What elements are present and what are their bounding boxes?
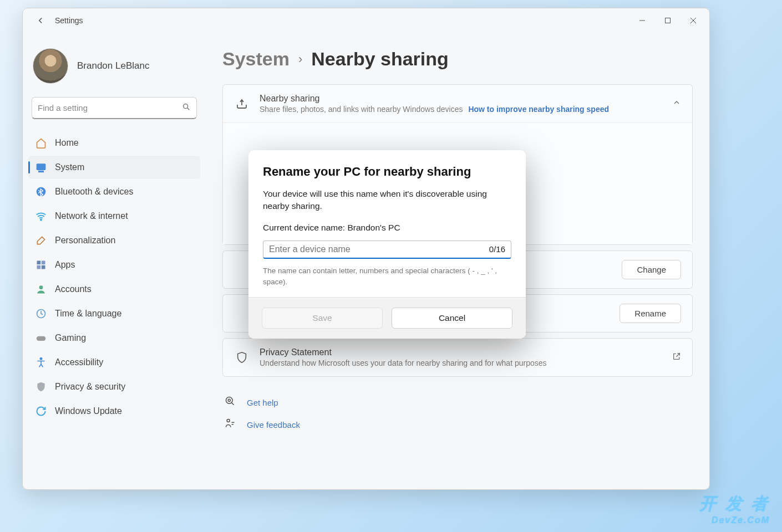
cancel-button[interactable]: Cancel: [392, 308, 512, 329]
svg-rect-13: [42, 265, 45, 269]
sidebar-item-home[interactable]: Home: [28, 131, 200, 155]
paintbrush-icon: [35, 234, 47, 247]
sidebar-item-label: Time & language: [55, 309, 121, 319]
modal-footer: Save Cancel: [248, 297, 526, 339]
external-link-icon: [672, 352, 681, 363]
settings-window: Settings Brandon LeBlanc: [22, 8, 710, 490]
get-help-row[interactable]: Get help: [222, 391, 693, 413]
minimize-button[interactable]: [629, 12, 655, 29]
device-name-input-wrap[interactable]: 0/16: [263, 241, 511, 259]
sidebar-item-label: Windows Update: [55, 406, 122, 416]
rename-button[interactable]: Rename: [619, 304, 681, 323]
sidebar-item-label: System: [55, 162, 84, 172]
modal-description: Your device will use this name when it's…: [263, 188, 511, 213]
modal-current-name: Current device name: Brandon's PC: [263, 223, 511, 233]
svg-point-19: [228, 399, 230, 401]
breadcrumb-separator: ›: [298, 52, 302, 66]
search-box[interactable]: [32, 97, 197, 119]
svg-point-8: [37, 187, 46, 197]
update-icon: [35, 405, 47, 417]
svg-rect-16: [37, 336, 46, 341]
help-icon: [225, 396, 236, 409]
breadcrumb: System › Nearby sharing: [222, 48, 693, 70]
svg-point-9: [40, 219, 42, 221]
page-title: Nearby sharing: [311, 48, 449, 70]
sidebar-item-label: Personalization: [55, 236, 115, 245]
home-icon: [35, 137, 47, 149]
feedback-icon: [225, 418, 236, 431]
svg-rect-12: [37, 265, 41, 269]
sidebar-item-label: Gaming: [55, 333, 86, 343]
gamepad-icon: [35, 332, 47, 344]
give-feedback-link[interactable]: Give feedback: [247, 420, 300, 429]
sidebar-item-label: Network & internet: [55, 211, 128, 221]
sidebar-item-gaming[interactable]: Gaming: [28, 326, 200, 350]
card-title: Privacy Statement: [260, 347, 657, 357]
modal-title: Rename your PC for nearby sharing: [263, 165, 511, 179]
close-icon: [690, 17, 697, 24]
save-button[interactable]: Save: [262, 308, 383, 329]
accessibility-icon: [35, 356, 47, 369]
svg-point-17: [40, 358, 42, 360]
get-help-link[interactable]: Get help: [247, 398, 278, 407]
give-feedback-row[interactable]: Give feedback: [222, 413, 693, 436]
sidebar-item-accessibility[interactable]: Accessibility: [28, 351, 200, 374]
sidebar-item-label: Home: [55, 138, 79, 148]
sidebar-item-label: Privacy & security: [55, 382, 125, 392]
svg-rect-1: [666, 18, 671, 23]
back-button[interactable]: [29, 9, 52, 32]
card-subtitle: Understand how Microsoft uses your data …: [260, 359, 657, 367]
apps-icon: [35, 259, 47, 271]
sidebar-item-personalization[interactable]: Personalization: [28, 229, 200, 252]
svg-line-5: [187, 108, 189, 110]
titlebar: Settings: [23, 8, 709, 33]
close-button[interactable]: [681, 12, 706, 29]
rename-pc-modal: Rename your PC for nearby sharing Your d…: [248, 150, 526, 339]
svg-rect-10: [37, 261, 41, 265]
search-icon: [182, 103, 191, 114]
sidebar-item-apps[interactable]: Apps: [28, 253, 200, 277]
card-privacy-statement[interactable]: Privacy Statement Understand how Microso…: [222, 338, 693, 377]
sidebar-item-label: Accessibility: [55, 357, 103, 367]
profile-block[interactable]: Brandon LeBlanc: [28, 43, 200, 97]
sidebar-item-label: Accounts: [55, 284, 92, 294]
sidebar-item-privacy[interactable]: Privacy & security: [28, 375, 200, 398]
maximize-button[interactable]: [655, 12, 681, 29]
arrow-left-icon: [35, 16, 45, 25]
how-to-improve-link[interactable]: How to improve nearby sharing speed: [468, 105, 609, 114]
share-icon: [234, 97, 250, 110]
bluetooth-icon: [35, 186, 47, 198]
sidebar-item-label: Bluetooth & devices: [55, 187, 133, 197]
sidebar-item-network[interactable]: Network & internet: [28, 204, 200, 228]
privacy-shield-icon: [234, 351, 250, 364]
device-name-input[interactable]: [269, 244, 489, 254]
shield-icon: [35, 381, 47, 393]
sidebar-item-time-language[interactable]: Time & language: [28, 302, 200, 325]
sidebar-item-windows-update[interactable]: Windows Update: [28, 400, 200, 423]
card-title: Nearby sharing: [260, 94, 657, 104]
char-counter: 0/16: [489, 244, 505, 254]
watermark: 开 发 者 DevZe.CoM: [699, 493, 770, 525]
system-icon: [35, 161, 47, 173]
clock-globe-icon: [35, 308, 47, 320]
sidebar-item-label: Apps: [55, 260, 75, 270]
sidebar-item-bluetooth[interactable]: Bluetooth & devices: [28, 180, 200, 203]
breadcrumb-parent[interactable]: System: [222, 48, 290, 70]
change-button[interactable]: Change: [622, 260, 681, 279]
modal-hint: The name can contain letter, numbers and…: [263, 265, 511, 287]
window-title: Settings: [55, 16, 83, 25]
svg-point-18: [226, 397, 233, 404]
svg-rect-7: [39, 171, 43, 172]
chevron-up-icon[interactable]: [672, 98, 681, 109]
sidebar-item-system[interactable]: System: [28, 156, 200, 179]
minimize-icon: [639, 17, 646, 24]
svg-point-4: [184, 104, 188, 108]
avatar: [33, 48, 68, 84]
maximize-icon: [664, 17, 671, 24]
user-name: Brandon LeBlanc: [77, 60, 149, 71]
sidebar-item-accounts[interactable]: Accounts: [28, 278, 200, 301]
nav: Home System Bluetooth & devices Network …: [28, 131, 200, 423]
search-input[interactable]: [38, 103, 182, 112]
svg-rect-11: [42, 261, 45, 265]
svg-rect-6: [37, 163, 46, 170]
